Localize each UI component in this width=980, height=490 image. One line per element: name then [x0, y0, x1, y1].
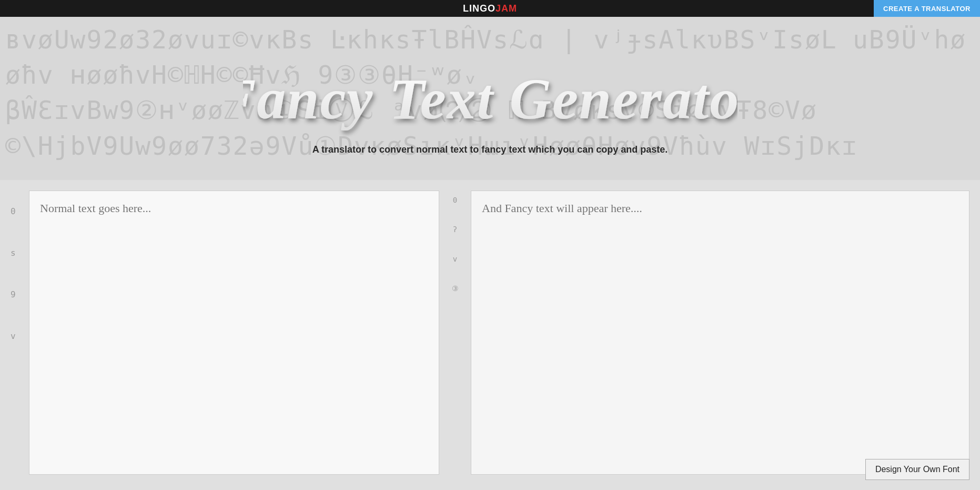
strip-char-4: v	[11, 331, 21, 341]
svg-text:Fancy Text Generator: Fancy Text Generator	[243, 67, 737, 131]
site-logo: LINGO JAM	[463, 3, 517, 14]
input-panel	[29, 191, 439, 480]
fancy-text-output	[471, 191, 969, 475]
hero-section: ʙvøUw92ø32øvuɪ©vĸBs ĿĸhĸsŦlBĤVsℒɑ | vʲɟs…	[0, 17, 980, 180]
strip-char-2: s	[11, 248, 21, 258]
hero-subtitle: A translator to convert normal text to f…	[312, 144, 668, 155]
navbar: LINGO JAM CREATE A TRANSLATOR	[0, 0, 980, 17]
strip-char-1: 0	[11, 206, 21, 216]
mid-char-4: ③	[452, 284, 459, 293]
create-translator-button[interactable]: CREATE A TRANSLATOR	[874, 0, 980, 17]
middle-strip: 0 ʔ v ③	[447, 191, 463, 480]
strip-char-3: 9	[11, 289, 21, 299]
left-strip: 0 s 9 v	[11, 191, 21, 480]
output-panel: Design Your Own Font	[471, 191, 969, 480]
fancy-title-svg: Fancy Text Generator	[243, 42, 737, 137]
logo-lingo: LINGO	[463, 3, 496, 14]
mid-char-1: 0	[453, 196, 457, 204]
logo-jam: JAM	[496, 3, 517, 14]
mid-char-2: ʔ	[453, 225, 457, 234]
mid-char-3: v	[453, 255, 457, 263]
design-own-font-button[interactable]: Design Your Own Font	[865, 459, 969, 480]
normal-text-input[interactable]	[29, 191, 439, 475]
main-content: 0 s 9 v 0 ʔ v ③ Design Your Own Font	[0, 180, 980, 490]
hero-title-container: Fancy Text Generator	[243, 42, 737, 139]
